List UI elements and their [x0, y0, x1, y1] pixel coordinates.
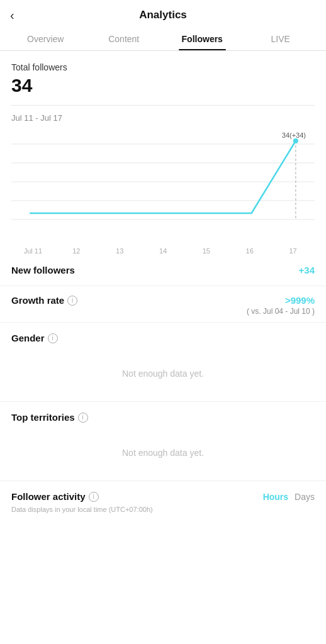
territories-title: Top territories [11, 412, 75, 423]
territories-info-icon[interactable]: i [78, 413, 88, 423]
x-axis: Jul 11 12 13 14 15 16 17 [11, 245, 315, 255]
growth-rate-label: Growth rate [11, 295, 64, 306]
growth-rate-row: Growth rate i >999% ( vs. Jul 04 - Jul 1… [0, 286, 326, 323]
x-label-1: 12 [55, 247, 98, 255]
x-label-3: 14 [142, 247, 185, 255]
total-followers-section: Total followers 34 [0, 51, 326, 106]
chart-tooltip: 34(+34) [282, 131, 306, 139]
x-label-2: 13 [98, 247, 142, 255]
gender-section: Gender i Not enough data yet. [0, 323, 326, 402]
growth-info-icon[interactable]: i [67, 296, 77, 306]
new-followers-label: New followers [11, 265, 75, 275]
total-followers-label: Total followers [11, 62, 315, 72]
tabs-bar: Overview Content Followers LIVE [0, 28, 326, 51]
header: ‹ Analytics [0, 0, 326, 28]
tab-followers[interactable]: Followers [163, 28, 242, 50]
gender-empty: Not enough data yet. [11, 362, 315, 391]
x-label-5: 16 [228, 247, 271, 255]
territories-empty: Not enough data yet. [11, 441, 315, 470]
growth-top: Growth rate i >999% [11, 295, 315, 306]
follower-activity-label: Follower activity [11, 491, 86, 502]
follower-activity-left: Follower activity i [11, 491, 99, 502]
x-label-0: Jul 11 [11, 247, 55, 255]
growth-rate-sub: ( vs. Jul 04 - Jul 10 ) [11, 307, 315, 316]
total-followers-value: 34 [11, 75, 315, 96]
time-toggle: Hours Days [263, 492, 315, 502]
days-button[interactable]: Days [295, 492, 315, 502]
gender-info-icon[interactable]: i [48, 333, 58, 343]
chart-container: 34(+34) Jul 11 12 13 14 15 16 17 [0, 125, 326, 255]
growth-label-wrap: Growth rate i [11, 295, 77, 306]
tab-live[interactable]: LIVE [242, 28, 320, 50]
follower-activity-header: Follower activity i Hours Days [0, 481, 326, 504]
growth-rate-value: >999% [285, 295, 315, 306]
gender-title-row: Gender i [11, 333, 315, 343]
page-title: Analytics [139, 9, 187, 21]
tab-content[interactable]: Content [85, 28, 164, 50]
gender-title: Gender [11, 333, 45, 343]
hours-button[interactable]: Hours [263, 492, 288, 502]
follower-activity-info-icon[interactable]: i [89, 492, 99, 502]
territories-title-row: Top territories i [11, 412, 315, 423]
chart-svg [11, 131, 315, 232]
date-range: Jul 11 - Jul 17 [0, 106, 326, 125]
back-button[interactable]: ‹ [10, 8, 14, 23]
svg-point-6 [293, 138, 298, 143]
tab-overview[interactable]: Overview [6, 28, 85, 50]
chart-area: 34(+34) [11, 131, 315, 245]
new-followers-value: +34 [299, 265, 315, 275]
footer-note: Data displays in your local time (UTC+07… [0, 504, 326, 523]
new-followers-row: New followers +34 [0, 255, 326, 286]
x-label-4: 15 [184, 247, 228, 255]
top-territories-section: Top territories i Not enough data yet. [0, 402, 326, 481]
x-label-6: 17 [271, 247, 315, 255]
